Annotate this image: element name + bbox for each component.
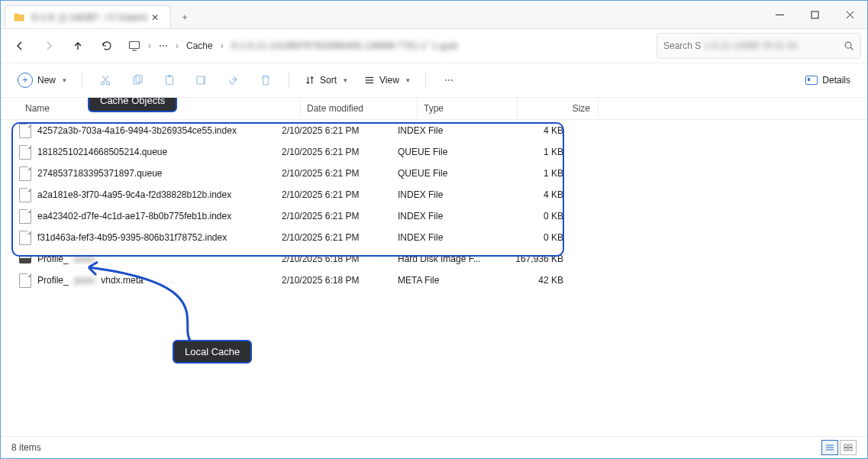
chevron-right-icon: › [148, 40, 151, 51]
file-size: 0 KB [491, 211, 571, 221]
chevron-right-icon: › [221, 40, 224, 51]
column-name[interactable]: Name [1, 98, 301, 119]
file-type: QUEUE File [392, 147, 491, 157]
file-type: INDEX File [392, 232, 491, 243]
column-size[interactable]: Size [518, 98, 599, 119]
more-button[interactable]: ⋯ [435, 69, 463, 92]
table-row[interactable]: Profile_jxxxxvhdx.meta2/10/2025 6:18 PMM… [1, 270, 867, 291]
file-date: 2/10/2025 6:21 PM [276, 189, 392, 200]
disk-icon [19, 255, 31, 263]
minimize-button[interactable] [762, 1, 797, 28]
titlebar: S-1-5- [1-14030*. / C:\Users\ ✕ ＋ [1, 1, 867, 29]
sort-button[interactable]: Sort ▾ [298, 69, 353, 92]
annotation-local-cache: Local Cache [173, 340, 252, 364]
tab-title: S-1-5- [1-14030*. / C:\Users\ [31, 12, 147, 23]
file-date: 2/10/2025 6:21 PM [276, 147, 392, 157]
table-row[interactable]: 18182510214668505214.queue2/10/2025 6:21… [1, 141, 867, 163]
file-date: 2/10/2025 6:21 PM [276, 125, 392, 136]
address-ellipsis[interactable]: ⋯ [159, 40, 168, 51]
new-label: New [37, 75, 56, 86]
file-name: 2748537183395371897.queue [37, 168, 163, 179]
view-button[interactable]: View ▾ [358, 69, 416, 92]
close-tab-icon[interactable]: ✕ [147, 12, 163, 23]
address-segment-cache[interactable]: Cache [186, 40, 213, 51]
new-button[interactable]: + New ▾ [11, 69, 73, 92]
search-placeholder-prefix: Search S [663, 40, 701, 51]
search-box[interactable]: Search S 1-5-21-14069 78 01 54 [657, 33, 861, 59]
file-size: 0 KB [491, 232, 571, 243]
nav-bar: › ⋯ › Cache › S-1-5-21-14106978782098040… [1, 29, 867, 63]
file-name: Profile_ [37, 254, 69, 264]
svg-rect-4 [130, 42, 140, 49]
column-type[interactable]: Type [418, 98, 518, 119]
command-bar: + New ▾ Sort ▾ View ▾ ⋯ Details [1, 63, 867, 98]
thumbnails-view-toggle[interactable] [840, 440, 857, 455]
refresh-button[interactable] [94, 33, 120, 59]
search-placeholder-blur: 1-5-21-14069 78 01 54 [704, 40, 844, 51]
rename-button[interactable] [188, 69, 215, 92]
file-icon [19, 209, 31, 224]
file-name: 18182510214668505214.queue [37, 147, 167, 157]
chevron-right-icon: › [176, 40, 179, 51]
back-button[interactable] [7, 33, 33, 59]
table-row[interactable]: ea423402-d7fe-4c1d-ae17-8b0b775feb1b.ind… [1, 205, 867, 227]
details-pane-button[interactable]: Details [799, 69, 857, 92]
chevron-down-icon: ▾ [63, 76, 66, 84]
explorer-window: S-1-5- [1-14030*. / C:\Users\ ✕ ＋ › ⋯ › … [0, 0, 868, 459]
file-type: QUEUE File [392, 168, 491, 179]
file-size: 4 KB [491, 189, 571, 200]
new-tab-button[interactable]: ＋ [171, 5, 198, 28]
search-icon [844, 40, 854, 51]
sort-label: Sort [320, 75, 337, 86]
chevron-down-icon: ▾ [344, 76, 347, 84]
file-name: a2a181e8-3f70-4a95-9c4a-f2d38828b12b.ind… [37, 189, 231, 200]
table-row[interactable]: 42572a3b-703a-4a16-9494-3b269354ce55.ind… [1, 120, 867, 141]
details-view-toggle[interactable] [821, 440, 838, 455]
file-icon [19, 231, 31, 245]
svg-point-6 [845, 42, 851, 48]
file-size: 167,936 KB [491, 254, 571, 264]
column-date[interactable]: Date modified [301, 98, 418, 119]
table-row[interactable]: Profile_jxxxx2/10/2025 6:18 PMHard Disk … [1, 248, 867, 270]
address-segment-sid[interactable]: S-1-5-21-141069787820980405-138988 7761-… [231, 40, 458, 51]
table-row[interactable]: a2a181e8-3f70-4a95-9c4a-f2d38828b12b.ind… [1, 184, 867, 205]
file-size: 1 KB [491, 168, 571, 179]
svg-rect-23 [849, 444, 852, 448]
file-name-blur: jxxxx [75, 254, 95, 264]
details-icon [805, 76, 818, 85]
details-label: Details [822, 75, 850, 86]
plus-circle-icon: + [18, 73, 33, 88]
file-icon [19, 166, 31, 181]
file-name: Profile_ [37, 275, 69, 286]
cut-button[interactable] [92, 69, 119, 92]
close-button[interactable] [832, 1, 867, 28]
file-size: 42 KB [491, 275, 571, 286]
svg-rect-13 [168, 75, 171, 77]
svg-rect-25 [849, 448, 852, 451]
share-button[interactable] [220, 69, 247, 92]
file-name-suffix: vhdx.meta [101, 275, 143, 286]
delete-button[interactable] [252, 69, 279, 92]
file-name: 42572a3b-703a-4a16-9494-3b269354ce55.ind… [37, 125, 237, 136]
up-button[interactable] [65, 33, 91, 59]
svg-rect-1 [812, 11, 818, 18]
file-type: INDEX File [392, 189, 491, 200]
divider [82, 72, 82, 89]
file-icon [19, 145, 31, 160]
svg-rect-24 [844, 448, 847, 451]
active-tab[interactable]: S-1-5- [1-14030*. / C:\Users\ ✕ [5, 5, 171, 28]
address-bar[interactable]: › ⋯ › Cache › S-1-5-21-14106978782098040… [123, 33, 653, 59]
paste-button[interactable] [156, 69, 183, 92]
file-icon [19, 124, 31, 138]
status-bar: 8 items [1, 436, 867, 458]
file-type: INDEX File [392, 211, 491, 221]
maximize-button[interactable] [797, 1, 832, 28]
file-date: 2/10/2025 6:21 PM [276, 232, 392, 243]
file-name: f31d463a-fef3-4b95-9395-806b31f78752.ind… [37, 232, 227, 243]
item-count: 8 items [11, 442, 41, 453]
forward-button[interactable] [36, 33, 62, 59]
table-row[interactable]: f31d463a-fef3-4b95-9395-806b31f78752.ind… [1, 227, 867, 248]
divider [425, 72, 426, 89]
copy-button[interactable] [124, 69, 151, 92]
table-row[interactable]: 2748537183395371897.queue2/10/2025 6:21 … [1, 163, 867, 184]
